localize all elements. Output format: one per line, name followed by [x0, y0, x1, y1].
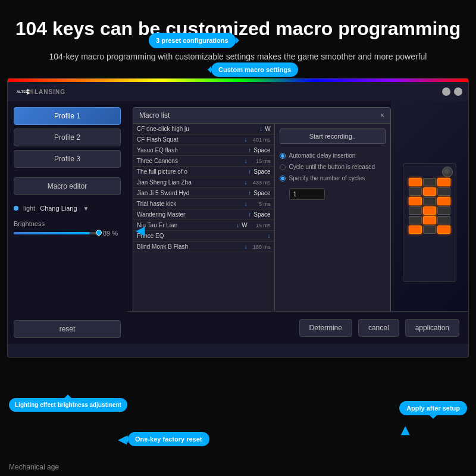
key-cap — [423, 206, 436, 215]
preset-annotation: 3 preset configurations — [149, 33, 236, 48]
key-cap — [437, 226, 450, 234]
reset-arrow-icon: ◀ — [118, 432, 127, 446]
keyboard-keys — [406, 176, 453, 236]
window-logo: ALTEC LANSING — [14, 86, 65, 98]
main-area: Macro list × CF one-click high ju ↓ W — [127, 101, 468, 344]
key-cap — [423, 187, 436, 196]
key-cap — [437, 197, 450, 205]
list-item[interactable]: CF Flash Squat ↓ 401 ms — [133, 134, 274, 145]
key-cap — [423, 216, 436, 224]
macro-list-pane: CF one-click high ju ↓ W CF Flash Squat … — [133, 124, 275, 337]
close-button[interactable] — [454, 87, 462, 96]
start-recording-button[interactable]: Start recording.. — [280, 129, 386, 144]
key-cap — [409, 178, 422, 186]
lighting-annotation: Lighting effect brightness adjustment — [9, 398, 127, 412]
window-controls[interactable] — [442, 87, 462, 96]
profile-3-button[interactable]: Profile 3 — [14, 150, 121, 168]
key-cap — [409, 226, 422, 234]
determine-button[interactable]: Determine — [299, 319, 352, 337]
list-item[interactable]: CF one-click high ju ↓ W — [133, 124, 274, 134]
brightness-label: Brightness — [14, 220, 121, 227]
light-dropdown-icon[interactable]: ▼ — [83, 205, 89, 212]
reset-annotation: One-key factory reset — [128, 432, 209, 446]
brightness-slider[interactable] — [14, 232, 99, 234]
list-item[interactable]: Three Cannons ↓ 15 ms — [133, 156, 274, 167]
radio-cycle[interactable]: Cycle until the button is released — [280, 164, 386, 170]
brightness-thumb — [96, 230, 102, 236]
list-item[interactable]: Niu Tau Er Lian ↓ W 15 ms — [133, 220, 274, 231]
list-item[interactable]: Blind Monk B Flash ↓ 180 ms — [133, 242, 274, 252]
brightness-fill — [14, 232, 90, 234]
radio-automatic[interactable]: Automatic delay insertion — [280, 152, 386, 159]
list-item[interactable]: The full picture of o ↑ Space — [133, 167, 274, 177]
dialog-close-button[interactable]: × — [380, 111, 384, 120]
profile-2-button[interactable]: Profile 2 — [14, 129, 121, 146]
radio-specify[interactable]: Specify the number of cycles — [280, 175, 386, 181]
light-name: Chang Liang — [40, 205, 77, 212]
radio-specify-circle — [280, 176, 286, 181]
brightness-value: 89 % — [103, 230, 121, 237]
bottom-area: Determine cancel application — [127, 311, 468, 344]
key-cap — [437, 178, 450, 186]
light-section: light Chang Liang ▼ — [14, 205, 121, 212]
list-item[interactable]: Prince EQ ↓ — [133, 231, 274, 242]
macro-settings-pane: Start recording.. Automatic delay insert… — [275, 124, 390, 337]
apply-arrow-icon: ◀ — [399, 426, 414, 435]
custom-annotation: Custom macro settings — [211, 62, 298, 77]
dialog-title: Macro list — [139, 111, 170, 120]
list-item[interactable]: Wandering Master ↑ Space — [133, 209, 274, 220]
radio-specify-label: Specify the number of cycles — [289, 175, 365, 181]
software-window: ALTEC LANSING Profile 1 Profile 2 Profil… — [7, 78, 469, 358]
key-cap — [423, 197, 436, 205]
brightness-row: 89 % — [14, 230, 121, 237]
footer-text: Mechanical age — [9, 463, 59, 471]
top-section: 104 keys can be customized macro program… — [0, 0, 476, 72]
dialog-body: CF one-click high ju ↓ W CF Flash Squat … — [133, 124, 390, 337]
cancel-button[interactable]: cancel — [358, 319, 399, 337]
key-cap — [437, 206, 450, 215]
list-item[interactable]: Jian Ji 5 Sword Hyd ↑ Space — [133, 188, 274, 199]
radio-cycle-circle — [280, 164, 286, 170]
apply-annotation: Apply after setup — [399, 401, 467, 415]
reset-button[interactable]: reset — [14, 320, 121, 338]
key-cap — [409, 187, 422, 196]
minimize-button[interactable] — [442, 87, 450, 96]
key-cap — [437, 187, 450, 196]
keyboard-visual — [403, 163, 456, 282]
left-sidebar: Profile 1 Profile 2 Profile 3 Macro edit… — [8, 101, 127, 344]
svg-text:ALTEC: ALTEC — [17, 90, 29, 93]
list-item[interactable]: Jian Sheng Lian Zha ↓ 433 ms — [133, 177, 274, 188]
light-dot — [14, 206, 18, 211]
radio-cycle-label: Cycle until the button is released — [289, 164, 375, 170]
radio-automatic-label: Automatic delay insertion — [289, 152, 356, 159]
macro-list-items[interactable]: CF one-click high ju ↓ W CF Flash Squat … — [133, 124, 274, 325]
radio-automatic-inner — [281, 154, 284, 158]
application-button[interactable]: application — [405, 319, 459, 337]
key-cap — [409, 216, 422, 224]
key-cap — [409, 197, 422, 205]
radio-specify-inner — [281, 177, 284, 180]
dialog-header: Macro list × — [133, 108, 390, 124]
preset-arrow-icon: ◀ — [136, 223, 145, 237]
cycles-input[interactable] — [289, 188, 325, 200]
keyboard-area — [391, 101, 468, 344]
radio-automatic-circle — [280, 153, 286, 159]
profile-1-button[interactable]: Profile 1 — [14, 107, 121, 125]
list-item[interactable]: Trial haste kick ↓ 5 ms — [133, 199, 274, 209]
key-cap — [409, 206, 422, 215]
window-content: Profile 1 Profile 2 Profile 3 Macro edit… — [8, 101, 468, 344]
list-item[interactable]: Yasuo EQ flash ↑ Space — [133, 145, 274, 156]
sub-title: 104-key macro programming with customiza… — [12, 51, 464, 63]
macro-dialog: Macro list × CF one-click high ju ↓ W — [133, 107, 391, 338]
logo-text: LANSING — [35, 89, 65, 95]
window-titlebar: ALTEC LANSING — [8, 82, 468, 101]
light-label: light — [23, 205, 35, 212]
macro-editor-button[interactable]: Macro editor — [14, 177, 121, 195]
key-cap — [423, 226, 436, 234]
brightness-section: Brightness 89 % — [14, 220, 121, 237]
key-cap — [423, 178, 436, 186]
key-cap — [437, 216, 450, 224]
